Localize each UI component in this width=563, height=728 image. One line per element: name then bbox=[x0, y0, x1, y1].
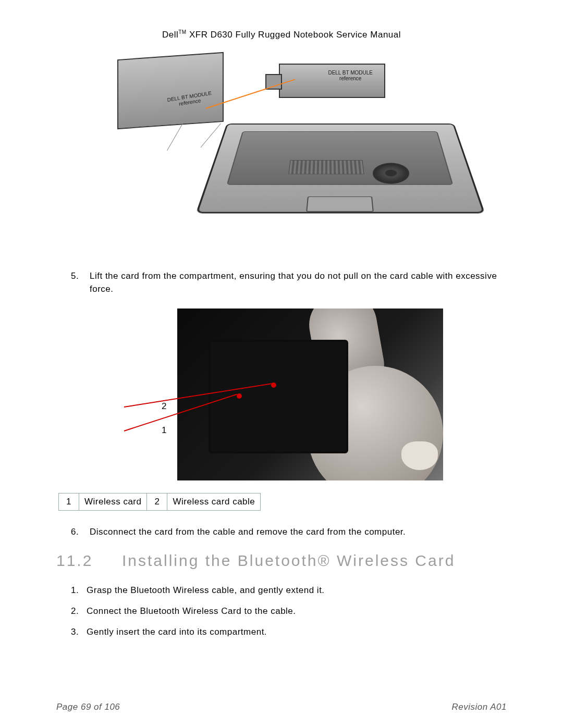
install-steps: 1.Grasp the Bluetooth Wireless cable, an… bbox=[71, 585, 507, 637]
brand: Dell bbox=[162, 30, 178, 40]
legend-table: 1 Wireless card 2 Wireless card cable bbox=[58, 493, 261, 511]
table-row: 1 Wireless card 2 Wireless card cable bbox=[59, 493, 261, 510]
legend-num-1: 1 bbox=[59, 493, 79, 510]
leader-line bbox=[167, 123, 183, 150]
leader-dot bbox=[271, 382, 276, 388]
step-number: 6. bbox=[56, 525, 90, 539]
step-text: Grasp the Bluetooth Wireless cable, and … bbox=[87, 585, 325, 595]
trademark: TM bbox=[178, 29, 186, 35]
step-text: Disconnect the card from the cable and r… bbox=[90, 525, 507, 539]
step-number: 5. bbox=[56, 269, 90, 296]
page-footer: Page 69 of 106 Revision A01 bbox=[56, 702, 507, 712]
section-title: Installing the Bluetooth® Wireless Card bbox=[122, 552, 455, 569]
step-number: 3. bbox=[71, 627, 87, 637]
callout-bt-module-card: DELL BT MODULE reference bbox=[279, 64, 385, 98]
install-step-2: 2.Connect the Bluetooth Wireless Card to… bbox=[71, 606, 507, 616]
step-text: Lift the card from the compartment, ensu… bbox=[90, 269, 507, 296]
section-heading: 11.2Installing the Bluetooth® Wireless C… bbox=[56, 552, 507, 570]
leader-line bbox=[201, 123, 221, 147]
callout-index-1: 1 bbox=[162, 425, 166, 436]
step-5: 5. Lift the card from the compartment, e… bbox=[56, 269, 507, 296]
step-number: 1. bbox=[71, 585, 87, 596]
callout-compartment-zoom: DELL BT MODULE reference bbox=[117, 52, 224, 129]
install-step-1: 1.Grasp the Bluetooth Wireless cable, an… bbox=[71, 585, 507, 596]
install-step-3: 3.Gently insert the card into its compar… bbox=[71, 627, 507, 637]
callout-index-2: 2 bbox=[162, 401, 166, 412]
legend-num-2: 2 bbox=[147, 493, 167, 510]
section-number: 11.2 bbox=[56, 552, 122, 570]
laptop-illustration bbox=[227, 124, 451, 249]
step-6: 6. Disconnect the card from the cable an… bbox=[56, 525, 507, 539]
step-text: Gently insert the card into its compartm… bbox=[87, 627, 267, 637]
step-text: Connect the Bluetooth Wireless Card to t… bbox=[87, 606, 296, 616]
figure-card-removal-photo: 2 1 bbox=[120, 309, 443, 480]
photo bbox=[177, 309, 443, 480]
callout-tr-line2: reference bbox=[328, 76, 373, 81]
figure-bt-module-diagram: DELL BT MODULE reference DELL BT MODULE … bbox=[117, 56, 446, 254]
leader-dot bbox=[237, 393, 242, 399]
step-number: 2. bbox=[71, 606, 87, 616]
page-header: DellTM XFR D630 Fully Rugged Notebook Se… bbox=[56, 29, 507, 40]
callout-tr-line1: DELL BT MODULE bbox=[328, 70, 373, 76]
page-number: Page 69 of 106 bbox=[56, 702, 120, 712]
revision: Revision A01 bbox=[451, 702, 507, 712]
title-rest: XFR D630 Fully Rugged Notebook Service M… bbox=[187, 30, 401, 40]
legend-text-2: Wireless card cable bbox=[167, 493, 261, 510]
legend-text-1: Wireless card bbox=[79, 493, 147, 510]
